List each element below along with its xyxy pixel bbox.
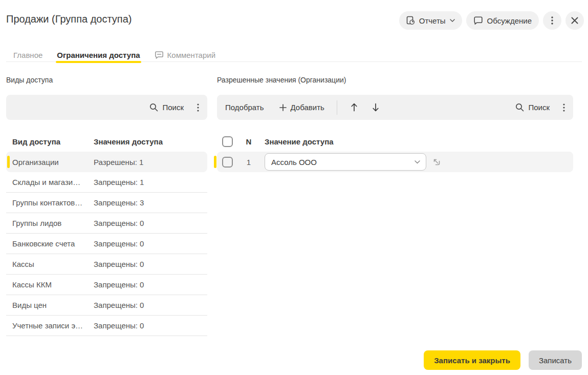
- access-values-cell: Запрещены: 0: [94, 280, 207, 289]
- page-title: Продажи (Группа доступа): [6, 13, 132, 25]
- kebab-icon: [563, 103, 565, 112]
- selection-marker: [214, 156, 216, 168]
- access-values-cell: Запрещены: 0: [94, 260, 207, 268]
- more-menu-button[interactable]: [543, 11, 561, 30]
- report-icon: [406, 16, 415, 25]
- save-and-close-button[interactable]: Записать и закрыть: [424, 350, 520, 370]
- access-values-cell: Запрещены: 0: [94, 301, 207, 309]
- kebab-icon: [551, 16, 553, 25]
- table-row[interactable]: Кассы ККМ Запрещены: 0: [6, 275, 207, 295]
- reports-button[interactable]: Отчеты: [399, 11, 462, 30]
- access-kind-cell: Банковские счета: [12, 239, 94, 248]
- access-kind-cell: Кассы: [12, 260, 94, 268]
- add-label: Добавить: [291, 103, 324, 112]
- tab-comment-label: Комментарий: [167, 51, 215, 59]
- table-row[interactable]: Склады и магази… Запрещены: 1: [6, 172, 207, 193]
- row-number: 1: [233, 158, 265, 166]
- combobox-value: Ассоль ООО: [271, 158, 317, 166]
- tab-comment[interactable]: Комментарий: [155, 48, 215, 61]
- column-header-kind[interactable]: Вид доступа: [12, 137, 94, 146]
- left-toolbar: Поиск: [6, 95, 207, 120]
- access-values-cell: Запрещены: 3: [94, 198, 207, 207]
- left-search-button[interactable]: Поиск: [149, 103, 184, 112]
- column-header-value[interactable]: Значение доступа: [265, 137, 334, 146]
- search-icon: [149, 103, 158, 112]
- table-row[interactable]: Группы лидов Запрещены: 0: [6, 213, 207, 234]
- tab-access-restrictions[interactable]: Ограничения доступа: [57, 48, 140, 61]
- footer-actions: Записать и закрыть Записать: [424, 350, 582, 370]
- toolbar-divider: [337, 100, 337, 115]
- right-toolbar: Подобрать Добавить Поиск: [217, 95, 573, 120]
- access-kinds-table: Вид доступа Значения доступа Организации…: [6, 131, 207, 336]
- right-toolbar-menu-button[interactable]: [563, 103, 565, 112]
- access-values-cell: Разрешены: 1: [94, 158, 207, 166]
- access-values-cell: Запрещены: 0: [94, 219, 207, 227]
- right-search-label: Поиск: [528, 103, 550, 112]
- open-icon: [432, 158, 441, 166]
- table-row[interactable]: 1 Ассоль ООО: [217, 152, 573, 172]
- chevron-down-icon[interactable]: [415, 160, 420, 164]
- chevron-down-icon: [450, 19, 455, 22]
- access-kind-cell: Группы лидов: [12, 219, 94, 227]
- tab-access-restrictions-label: Ограничения доступа: [57, 51, 140, 59]
- table-row[interactable]: Группы контактов… Запрещены: 3: [6, 193, 207, 213]
- selection-marker: [7, 156, 10, 168]
- discussion-icon: [473, 16, 483, 25]
- access-kind-cell: Группы контактов…: [12, 198, 94, 207]
- plus-icon: [279, 104, 287, 111]
- search-icon: [515, 103, 524, 112]
- move-up-button[interactable]: [351, 103, 358, 112]
- tab-bar: Главное Ограничения доступа Комментарий: [6, 48, 582, 62]
- left-search-label: Поиск: [162, 103, 184, 112]
- discussion-label: Обсуждение: [487, 16, 532, 25]
- row-checkbox[interactable]: [222, 157, 233, 168]
- kebab-icon: [197, 103, 199, 112]
- access-kind-cell: Учетные записи э…: [12, 321, 94, 330]
- table-row[interactable]: Банковские счета Запрещены: 0: [6, 234, 207, 254]
- add-button[interactable]: Добавить: [279, 103, 324, 112]
- table-row[interactable]: Виды цен Запрещены: 0: [6, 295, 207, 316]
- select-all-checkbox[interactable]: [222, 136, 233, 147]
- value-combobox[interactable]: Ассоль ООО: [265, 153, 426, 171]
- allowed-values-table: N Значение доступа 1 Ассоль ООО: [217, 131, 573, 172]
- access-values-cell: Запрещены: 1: [94, 178, 207, 186]
- comment-icon: [155, 51, 164, 59]
- access-values-cell: Запрещены: 0: [94, 321, 207, 330]
- right-search-button[interactable]: Поиск: [515, 103, 550, 112]
- close-icon: [571, 17, 578, 24]
- tab-main[interactable]: Главное: [13, 48, 42, 61]
- discussion-button[interactable]: Обсуждение: [466, 11, 539, 30]
- access-kind-cell: Склады и магази…: [12, 178, 94, 186]
- table-row[interactable]: Организации Разрешены: 1: [6, 152, 207, 172]
- window: Продажи (Группа доступа) Отчеты Обсужден…: [0, 0, 588, 375]
- pick-label: Подобрать: [225, 103, 264, 112]
- open-item-button[interactable]: [432, 158, 441, 166]
- move-down-button[interactable]: [372, 103, 379, 112]
- allowed-values-title: Разрешенные значения (Организации): [217, 76, 346, 84]
- access-kind-cell: Виды цен: [12, 301, 94, 309]
- table-row[interactable]: Кассы Запрещены: 0: [6, 254, 207, 275]
- access-kinds-header: Вид доступа Значения доступа: [6, 131, 207, 152]
- arrow-up-icon: [351, 103, 358, 112]
- access-kind-cell: Кассы ККМ: [12, 280, 94, 289]
- reports-label: Отчеты: [419, 16, 446, 25]
- access-kind-cell: Организации: [12, 158, 94, 166]
- tab-main-label: Главное: [13, 51, 42, 59]
- access-values-cell: Запрещены: 0: [94, 239, 207, 248]
- arrow-down-icon: [372, 103, 379, 112]
- allowed-values-header: N Значение доступа: [217, 131, 573, 152]
- access-kinds-title: Виды доступа: [6, 76, 53, 84]
- left-toolbar-menu-button[interactable]: [197, 103, 199, 112]
- column-header-values[interactable]: Значения доступа: [94, 137, 207, 146]
- column-header-number[interactable]: N: [233, 137, 265, 146]
- close-button[interactable]: [565, 11, 584, 30]
- table-row[interactable]: Учетные записи э… Запрещены: 0: [6, 316, 207, 336]
- pick-button[interactable]: Подобрать: [225, 103, 264, 112]
- header-actions: Отчеты Обсуждение: [399, 11, 584, 30]
- save-button[interactable]: Записать: [529, 350, 582, 370]
